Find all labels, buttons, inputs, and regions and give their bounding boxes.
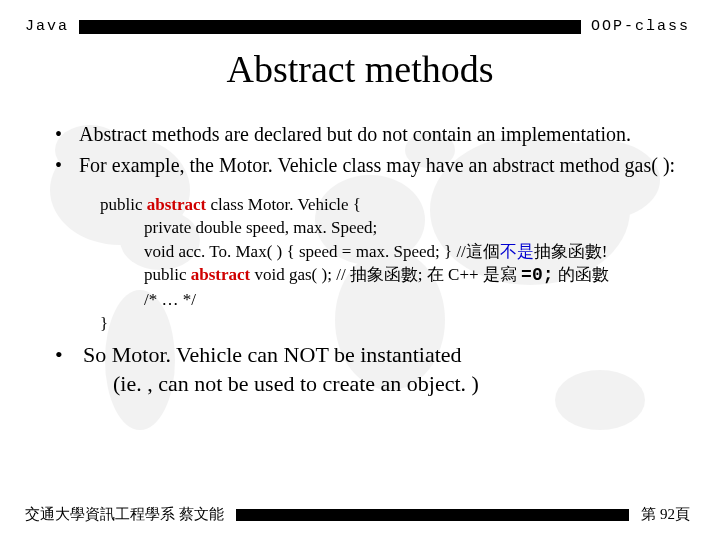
code-line: private double speed, max. Speed; — [100, 216, 720, 239]
bullet-text: So Motor. Vehicle can NOT be instantiate… — [83, 342, 462, 367]
footer-bar: 交通大學資訊工程學系 蔡文能 第 92頁 — [0, 505, 720, 524]
header-divider — [79, 20, 581, 34]
slide-title: Abstract methods — [0, 47, 720, 91]
bullet-subtext: (ie. , can not be used to create an obje… — [83, 370, 680, 399]
bullet-item: So Motor. Vehicle can NOT be instantiate… — [55, 341, 680, 398]
header-bar: Java OOP-class — [0, 0, 720, 35]
code-highlight: 不是 — [500, 242, 534, 261]
code-keyword: abstract — [191, 265, 250, 284]
code-text: void gas( ); // 抽象函數; 在 C++ 是寫 — [250, 265, 521, 284]
code-block: public abstract class Motor. Vehicle { p… — [0, 183, 720, 341]
header-left-label: Java — [25, 18, 69, 35]
code-text: class Motor. Vehicle { — [206, 195, 361, 214]
code-text: 的函數 — [554, 265, 609, 284]
code-text: public — [144, 265, 191, 284]
code-line: public abstract void gas( ); // 抽象函數; 在 … — [100, 263, 720, 288]
code-line: } — [100, 312, 720, 335]
code-line: /* … */ — [100, 288, 720, 311]
code-line: public abstract class Motor. Vehicle { — [100, 193, 720, 216]
footer-divider — [236, 509, 630, 521]
bullet-item: For example, the Motor. Vehicle class ma… — [55, 152, 680, 179]
code-emphasis: =0; — [521, 265, 553, 285]
code-line: void acc. To. Max( ) { speed = max. Spee… — [100, 240, 720, 263]
bullet-list-bottom: So Motor. Vehicle can NOT be instantiate… — [0, 341, 720, 398]
bullet-item: Abstract methods are declared but do not… — [55, 121, 680, 148]
page-number: 第 92頁 — [641, 505, 690, 524]
header-right-label: OOP-class — [591, 18, 690, 35]
code-text: void acc. To. Max( ) { speed = max. Spee… — [144, 242, 500, 261]
footer-author: 交通大學資訊工程學系 蔡文能 — [25, 505, 224, 524]
code-keyword: abstract — [147, 195, 206, 214]
bullet-list-top: Abstract methods are declared but do not… — [0, 121, 720, 179]
code-text: public — [100, 195, 147, 214]
code-text: 抽象函數! — [534, 242, 608, 261]
